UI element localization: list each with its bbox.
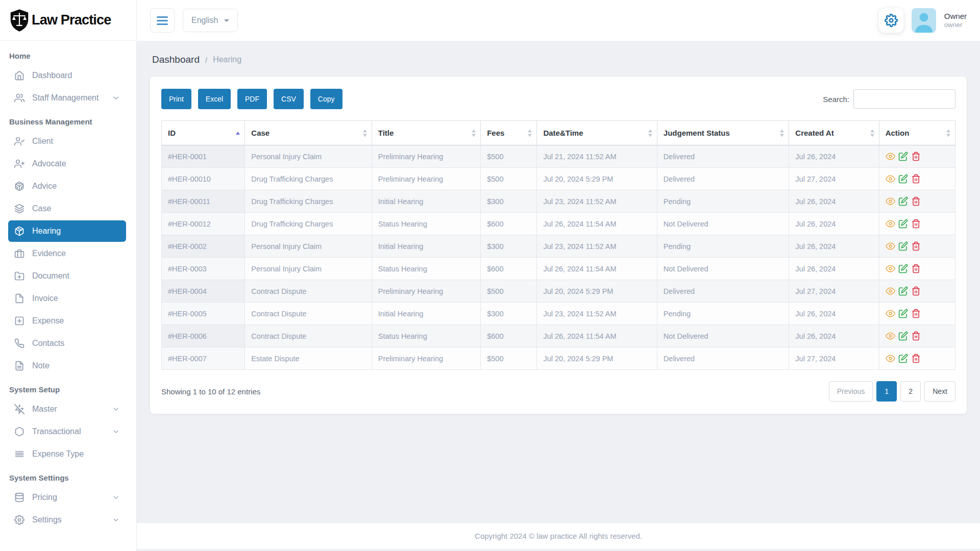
copy-button[interactable]: Copy — [310, 89, 342, 109]
user-info[interactable]: Owner owner — [944, 11, 967, 30]
delete-button[interactable] — [911, 152, 921, 161]
column-header-fees[interactable]: Fees — [481, 121, 537, 145]
page-1-button[interactable]: 1 — [876, 381, 897, 402]
breadcrumb-dashboard[interactable]: Dashboard — [152, 54, 200, 65]
view-button[interactable] — [886, 354, 895, 363]
sidebar-section-business-management: Business Management — [0, 110, 136, 130]
app-logo[interactable]: Law Practice — [0, 0, 136, 41]
sidebar-item-expense-type[interactable]: Expense Type — [8, 443, 126, 465]
edit-button[interactable] — [898, 309, 908, 318]
sidebar-item-master[interactable]: Master — [8, 398, 126, 420]
column-header-title[interactable]: Title — [372, 121, 480, 145]
zap-icon — [14, 404, 24, 414]
sidebar-item-note[interactable]: Note — [8, 355, 126, 377]
view-button[interactable] — [886, 152, 895, 161]
column-header-judgement-status[interactable]: Judgement Status — [657, 121, 789, 145]
view-button[interactable] — [886, 174, 895, 184]
delete-button[interactable] — [911, 174, 921, 184]
edit-button[interactable] — [898, 174, 908, 184]
shield-scales-icon — [9, 9, 30, 32]
breadcrumb-separator: / — [205, 56, 207, 64]
trash-icon — [911, 309, 921, 318]
view-button[interactable] — [886, 219, 895, 229]
user-name: Owner — [944, 11, 967, 21]
column-header-case[interactable]: Case — [245, 121, 372, 145]
column-header-datetime[interactable]: Date&Time — [537, 121, 657, 145]
previous-page-button[interactable]: Previous — [829, 381, 873, 402]
view-button[interactable] — [886, 286, 895, 296]
eye-icon — [886, 264, 895, 273]
delete-button[interactable] — [911, 309, 921, 318]
view-button[interactable] — [886, 264, 895, 273]
sidebar-item-client[interactable]: Client — [8, 131, 126, 152]
sidebar-item-pricing[interactable]: Pricing — [8, 487, 126, 508]
table-row: #HER-0004Contract DisputePreliminary Hea… — [162, 280, 955, 303]
view-button[interactable] — [886, 331, 895, 341]
delete-button[interactable] — [911, 196, 921, 206]
chevron-down-icon — [112, 516, 120, 524]
column-header-action[interactable]: Action — [879, 121, 955, 145]
delete-button[interactable] — [911, 264, 921, 273]
settings-button[interactable] — [879, 8, 903, 33]
user-check-icon — [14, 136, 24, 146]
column-header-created-at[interactable]: Created At — [789, 121, 879, 145]
trash-icon — [911, 264, 921, 273]
sidebar-item-dashboard[interactable]: Dashboard — [8, 65, 126, 86]
edit-button[interactable] — [898, 286, 908, 296]
sidebar-item-advocate[interactable]: Advocate — [8, 153, 126, 174]
sidebar-item-advice[interactable]: Advice — [8, 176, 126, 197]
excel-button[interactable]: Excel — [198, 89, 231, 109]
sidebar-item-document[interactable]: Document — [8, 265, 126, 287]
edit-button[interactable] — [898, 354, 908, 363]
pdf-button[interactable]: PDF — [237, 89, 267, 109]
table-row: #HER-0006Contract DisputeStatus Hearing$… — [162, 325, 955, 347]
edit-icon — [898, 264, 908, 273]
edit-button[interactable] — [898, 219, 908, 229]
delete-button[interactable] — [911, 331, 921, 341]
search-input[interactable] — [853, 89, 955, 109]
print-button[interactable]: Print — [161, 89, 191, 109]
view-button[interactable] — [886, 309, 895, 318]
sidebar-item-hearing[interactable]: Hearing — [8, 220, 126, 242]
package-icon — [14, 226, 24, 236]
page-2-button[interactable]: 2 — [900, 381, 921, 402]
file-icon — [14, 293, 24, 304]
edit-button[interactable] — [898, 264, 908, 273]
edit-button[interactable] — [898, 331, 908, 341]
eye-icon — [886, 286, 895, 296]
page-footer: Copyright 2024 © law practice All rights… — [137, 522, 980, 549]
column-header-id[interactable]: ID — [162, 121, 245, 145]
sidebar-item-staff-management[interactable]: Staff Management — [8, 87, 126, 109]
sidebar-toggle-button[interactable] — [150, 8, 175, 33]
view-button[interactable] — [886, 241, 895, 251]
list-icon — [14, 449, 24, 459]
edit-button[interactable] — [898, 241, 908, 251]
sidebar-item-settings[interactable]: Settings — [8, 509, 126, 531]
delete-button[interactable] — [911, 354, 921, 363]
sidebar-item-expense[interactable]: Expense — [8, 310, 126, 332]
edit-button[interactable] — [898, 152, 908, 161]
users-icon — [14, 93, 24, 103]
hearing-table-card: Print Excel PDF CSV Copy Search: — [150, 77, 967, 414]
delete-button[interactable] — [911, 219, 921, 229]
delete-button[interactable] — [911, 241, 921, 251]
table-row: #HER-0005Contract DisputeInitial Hearing… — [162, 303, 955, 325]
sidebar-item-contacts[interactable]: Contacts — [8, 333, 126, 354]
sidebar-item-invoice[interactable]: Invoice — [8, 288, 126, 309]
csv-button[interactable]: CSV — [274, 89, 304, 109]
edit-button[interactable] — [898, 196, 908, 206]
delete-button[interactable] — [911, 286, 921, 296]
home-icon — [14, 70, 24, 81]
eye-icon — [886, 196, 895, 206]
database-icon — [14, 492, 24, 503]
view-button[interactable] — [886, 196, 895, 206]
sidebar-item-evidence[interactable]: Evidence — [8, 243, 126, 264]
sidebar-item-case[interactable]: Case — [8, 198, 126, 219]
avatar[interactable] — [912, 8, 936, 33]
language-selector[interactable]: English — [183, 9, 238, 32]
next-page-button[interactable]: Next — [924, 381, 955, 402]
hexagon-icon — [14, 427, 24, 437]
main-content: Dashboard / Hearing Print Excel PDF CSV … — [137, 41, 980, 522]
sidebar-item-transactional[interactable]: Transactional — [8, 421, 126, 442]
phone-icon — [14, 338, 24, 348]
